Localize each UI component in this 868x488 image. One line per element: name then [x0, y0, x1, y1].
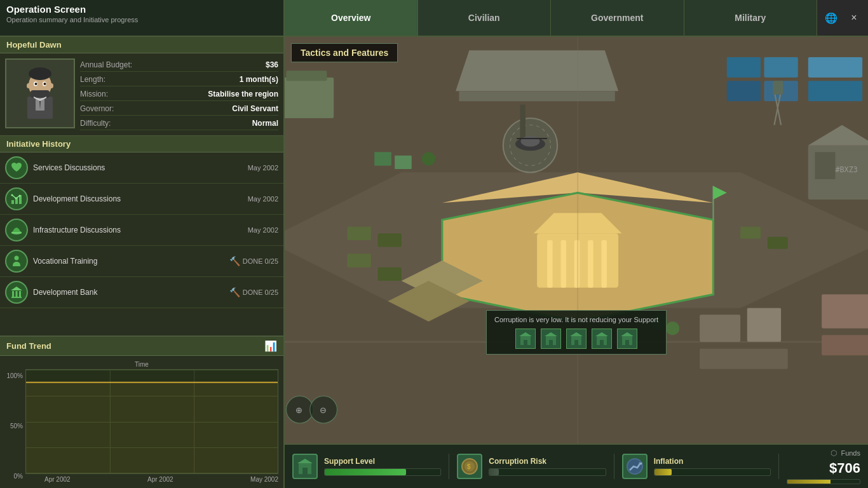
corruption-icon: $	[457, 454, 482, 479]
list-item[interactable]: Infrastructure Discussions May 2002	[0, 215, 283, 246]
inflation-bar-fill	[654, 469, 672, 475]
svg-rect-58	[347, 227, 370, 240]
title-section: Operation Screen Operation summary and I…	[0, 0, 285, 36]
funds-label-row: ⬡ Funds	[831, 449, 860, 458]
list-item[interactable]: Services Discussions May 2002	[0, 152, 283, 184]
initiative-icon-person	[5, 250, 28, 273]
svg-rect-46	[560, 240, 566, 288]
x-label-2: Apr 2002	[147, 476, 173, 483]
tab-overview[interactable]: Overview	[285, 0, 418, 36]
list-item[interactable]: Development Bank 🔨 DONE 0/25	[0, 277, 283, 308]
svg-rect-104	[625, 340, 629, 345]
map-area: #BXZ3 ⊕ ⊖ Corruption is very	[285, 37, 868, 444]
corruption-bar-fill	[489, 469, 499, 475]
chart-y-labels: 100% 50% 0%	[5, 369, 25, 483]
chart-x-labels: Apr 2002 Apr 2002 May 2002	[25, 474, 278, 483]
tabs-section: Overview Civilian Government Military	[285, 0, 817, 36]
tooltip-icons	[494, 329, 658, 349]
chart-icon[interactable]: 📊	[264, 340, 277, 352]
svg-rect-98	[574, 340, 578, 345]
list-item[interactable]: Vocational Training 🔨 DONE 0/25	[0, 246, 283, 277]
initiative-icon-bank	[5, 281, 28, 304]
window-subtitle: Operation summary and Initiative progres…	[6, 16, 277, 24]
chart-grid	[25, 369, 278, 474]
initiative-name: Services Discussions	[33, 163, 248, 172]
governor-value: Civil Servant	[137, 104, 278, 113]
tooltip-icon-4	[592, 329, 612, 349]
svg-rect-25	[19, 291, 21, 297]
svg-text:#BXZ3: #BXZ3	[835, 165, 857, 174]
governor-row: Governor: Civil Servant	[80, 102, 278, 116]
building-icon-2	[543, 331, 559, 346]
x-label-3: May 2002	[250, 476, 278, 483]
budget-row: Annual Budget: $36	[80, 58, 278, 72]
svg-marker-26	[11, 287, 22, 290]
inflation-icon	[622, 454, 648, 479]
mission-row: Mission: Stabilise the region	[80, 88, 278, 101]
svg-rect-71	[700, 349, 788, 369]
op-header-row: Annual Budget: $36 Length: 1 month(s) Mi…	[0, 53, 283, 135]
close-icon[interactable]: ×	[845, 9, 863, 27]
initiative-section-header: Initiative History	[0, 136, 283, 152]
governor-label: Governor:	[80, 104, 137, 113]
difficulty-label: Difficulty:	[80, 119, 137, 128]
budget-label: Annual Budget:	[80, 60, 137, 69]
svg-rect-92	[524, 340, 527, 345]
globe-icon[interactable]: 🌐	[822, 9, 840, 27]
svg-rect-45	[547, 240, 553, 288]
funds-bar-bg	[787, 479, 860, 484]
inflation-content: Inflation	[654, 457, 771, 476]
initiative-list: Services Discussions May 2002	[0, 152, 283, 336]
chart-container: Time 100% 50% 0%	[0, 356, 283, 488]
svg-rect-24	[16, 291, 18, 297]
svg-rect-61	[377, 268, 401, 281]
mission-label: Mission:	[80, 90, 137, 98]
op-section-header: Hopeful Dawn	[0, 37, 283, 53]
svg-rect-70	[747, 308, 781, 342]
right-panel: Tactics and Features	[285, 37, 868, 488]
initiative-section: Initiative History Services Discussions …	[0, 136, 283, 336]
length-label: Length:	[80, 75, 137, 84]
initiative-status: DONE 0/25	[243, 288, 278, 296]
initiative-status: May 2002	[248, 164, 278, 172]
support-bar-fill	[325, 469, 406, 475]
bank-icon	[10, 286, 23, 299]
support-content: Support Level	[324, 457, 441, 476]
tab-government[interactable]: Government	[551, 0, 684, 36]
corruption-label: Corruption Risk	[489, 457, 606, 466]
svg-point-73	[666, 322, 679, 335]
hammer-icon: 🔨	[229, 287, 240, 297]
support-building-icon	[296, 458, 314, 475]
hammer-icon: 🔨	[229, 256, 240, 266]
support-stat: Support Level	[285, 454, 449, 479]
svg-point-18	[19, 195, 21, 197]
window-title: Operation Screen	[6, 4, 277, 15]
initiative-name: Development Bank	[33, 288, 229, 297]
svg-marker-96	[545, 332, 557, 336]
x-label-1: Apr 2002	[44, 476, 71, 483]
svg-point-9	[44, 83, 46, 85]
tab-military[interactable]: Military	[684, 0, 818, 36]
list-item[interactable]: Development Discussions May 2002	[0, 184, 283, 215]
corruption-stat: $ Corruption Risk	[449, 454, 614, 479]
svg-rect-33	[764, 57, 797, 78]
tab-civilian[interactable]: Civilian	[418, 0, 552, 36]
svg-text:⊖: ⊖	[320, 405, 327, 415]
svg-rect-54	[520, 105, 526, 139]
initiative-done-row: 🔨 DONE 0/25	[229, 256, 278, 266]
budget-value: $36	[137, 60, 278, 69]
fund-trend-header: Fund Trend 📊	[0, 337, 283, 356]
svg-text:$: $	[467, 463, 471, 470]
svg-rect-101	[600, 340, 604, 345]
svg-rect-84	[773, 81, 783, 94]
y-label-0: 0%	[5, 473, 23, 480]
support-icon	[292, 454, 318, 479]
top-bar: Operation Screen Operation summary and I…	[0, 0, 868, 37]
initiative-status: May 2002	[248, 195, 278, 203]
initiative-name: Development Discussions	[33, 194, 248, 203]
main-container: Operation Screen Operation summary and I…	[0, 0, 868, 488]
svg-marker-38	[456, 50, 618, 91]
character-svg	[11, 65, 69, 122]
svg-text:⊕: ⊕	[295, 405, 302, 415]
initiative-icon-heart	[5, 156, 28, 179]
